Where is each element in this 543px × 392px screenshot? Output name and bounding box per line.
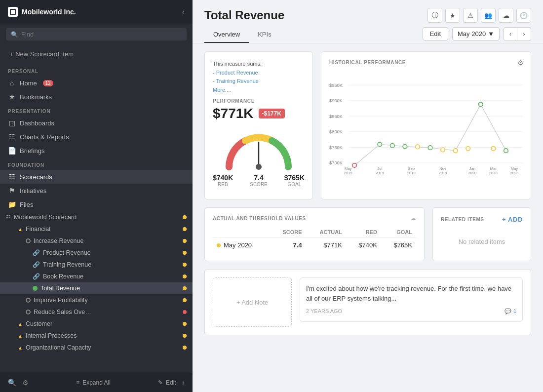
financial-label: Financial xyxy=(26,226,50,233)
month-selector[interactable]: May 2020 ▼ xyxy=(452,27,500,40)
note-meta: 2 YEARS AGO 💬 1 xyxy=(306,307,516,315)
prev-arrow[interactable]: ‹ xyxy=(504,27,517,41)
add-related-button[interactable]: + Add xyxy=(502,216,523,223)
svg-point-18 xyxy=(453,149,458,153)
sidebar-item-dashboards[interactable]: ◫ Dashboards xyxy=(0,116,193,130)
svg-point-24 xyxy=(466,147,470,151)
sum-product: - Product Revenue xyxy=(213,69,305,78)
expand-label: Expand All xyxy=(82,379,111,386)
tree-product-revenue[interactable]: 🔗 Product Revenue xyxy=(0,247,193,259)
more-link[interactable]: More.... xyxy=(213,87,231,93)
col-red: RED xyxy=(346,227,381,237)
note-comment[interactable]: 💬 1 xyxy=(504,307,516,315)
dashboards-label: Dashboards xyxy=(20,119,54,127)
scorecard-root-label: Mobileworld Scorecard xyxy=(14,214,77,221)
training-revenue-dot xyxy=(183,263,187,267)
warning-button[interactable]: ⚠ xyxy=(463,8,478,23)
edit-footer-label: Edit xyxy=(166,379,176,386)
tree-financial[interactable]: ▲ Financial xyxy=(0,223,193,235)
clock-button[interactable]: 🕐 xyxy=(516,8,531,23)
financial-triangle-icon: ▲ xyxy=(18,227,23,232)
threshold-card: ACTUAL AND THRESHOLD VALUES ☁ SCORE ACTU… xyxy=(204,207,425,261)
tree-improve-profitability[interactable]: Improve Profitability xyxy=(0,294,193,306)
bookmarks-label: Bookmarks xyxy=(20,93,52,101)
svg-point-14 xyxy=(352,163,357,168)
sidebar-item-charts[interactable]: ☷ Charts & Reports xyxy=(0,130,193,144)
gauge-red-value: $740K xyxy=(213,174,233,182)
reduce-sales-dot xyxy=(183,310,187,314)
measure-sums: This measure sums: - Product Revenue - T… xyxy=(213,60,305,94)
sidebar: Mobileworld Inc. ‹ 🔍 + New Scorecard Ite… xyxy=(0,0,193,392)
month-dropdown-icon: ▼ xyxy=(488,30,494,38)
svg-point-21 xyxy=(390,144,395,148)
tree-internal-processes[interactable]: ▲ Internal Processes xyxy=(0,330,193,342)
search-footer-icon[interactable]: 🔍 xyxy=(8,379,16,387)
tree-increase-revenue[interactable]: Increase Revenue xyxy=(0,235,193,247)
svg-text:Sep: Sep xyxy=(408,166,415,171)
new-scorecard-button[interactable]: + New Scorecard Item xyxy=(6,48,187,60)
sidebar-item-initiatives[interactable]: ⚑ Initiatives xyxy=(0,184,193,197)
files-icon: 📁 xyxy=(8,200,16,208)
svg-point-15 xyxy=(378,142,382,147)
search-box: 🔍 xyxy=(6,28,187,40)
total-revenue-icon xyxy=(33,286,38,291)
sidebar-collapse-icon[interactable]: ‹ xyxy=(182,7,185,16)
settings-footer-icon[interactable]: ⚙ xyxy=(22,379,29,387)
customer-triangle-icon: ▲ xyxy=(18,321,23,327)
next-arrow[interactable]: › xyxy=(517,27,531,41)
svg-text:$950K: $950K xyxy=(329,83,343,88)
performance-badge: -$177K xyxy=(259,109,285,118)
company-name: Mobileworld Inc. xyxy=(22,8,76,16)
book-revenue-link-icon: 🔗 xyxy=(33,273,40,280)
initiatives-icon: ⚑ xyxy=(8,187,16,195)
svg-text:$750K: $750K xyxy=(329,145,343,150)
sidebar-item-scorecards[interactable]: ☷ Scorecards xyxy=(0,170,193,184)
sidebar-right-collapse-icon[interactable]: ‹ xyxy=(182,378,185,387)
org-capacity-dot xyxy=(183,346,187,350)
share-button[interactable]: 👥 xyxy=(481,8,496,23)
bottom-row: ACTUAL AND THRESHOLD VALUES ☁ SCORE ACTU… xyxy=(204,207,531,261)
add-note-button[interactable]: + Add Note xyxy=(213,277,292,327)
sidebar-item-briefings[interactable]: 📄 Briefings xyxy=(0,144,193,157)
edit-footer-button[interactable]: ✎ Edit xyxy=(158,379,176,386)
svg-text:$700K: $700K xyxy=(329,160,343,165)
section-foundation: FOUNDATION xyxy=(0,157,193,170)
sidebar-item-files[interactable]: 📁 Files xyxy=(0,197,193,211)
performance-value-row: $771K -$177K xyxy=(213,106,305,121)
cloud-button[interactable]: ☁ xyxy=(499,8,513,23)
section-presentation: PRESENTATION xyxy=(0,104,193,116)
sidebar-nav: PERSONAL ⌂ Home 12 ★ Bookmarks PRESENTAT… xyxy=(0,64,193,373)
svg-text:Mar: Mar xyxy=(490,166,497,171)
tree-training-revenue[interactable]: 🔗 Training Revenue xyxy=(0,259,193,271)
edit-button[interactable]: Edit xyxy=(423,27,448,40)
book-revenue-label: Book Revenue xyxy=(43,273,83,280)
tab-kpis[interactable]: KPIs xyxy=(249,27,280,43)
header-actions: ⓘ ★ ⚠ 👥 ☁ 🕐 xyxy=(427,8,531,23)
svg-text:Jan: Jan xyxy=(469,166,475,171)
tree-customer[interactable]: ▲ Customer xyxy=(0,318,193,330)
tree-total-revenue[interactable]: Total Revenue xyxy=(0,282,193,294)
tree-org-capacity[interactable]: ▲ Organizational Capacity xyxy=(0,342,193,353)
info-button[interactable]: ⓘ xyxy=(427,8,442,23)
tree-scorecard-root[interactable]: ☷ Mobileworld Scorecard xyxy=(0,211,193,223)
expand-all-button[interactable]: ≡ Expand All xyxy=(76,379,111,386)
internal-processes-triangle-icon: ▲ xyxy=(18,333,23,339)
org-capacity-triangle-icon: ▲ xyxy=(18,345,23,351)
section-personal: PERSONAL xyxy=(0,64,193,76)
training-revenue-label: Training Revenue xyxy=(43,261,91,268)
tab-overview[interactable]: Overview xyxy=(204,27,249,43)
star-button[interactable]: ★ xyxy=(445,8,460,23)
reduce-sales-icon xyxy=(26,310,31,314)
home-badge: 12 xyxy=(43,80,53,86)
search-input[interactable] xyxy=(21,31,182,38)
tree-reduce-sales[interactable]: Reduce Sales Overhead Co... xyxy=(0,306,193,318)
tree-book-revenue[interactable]: 🔗 Book Revenue xyxy=(0,271,193,282)
sidebar-item-home[interactable]: ⌂ Home 12 xyxy=(0,76,193,90)
gauge-goal: $765K GOAL xyxy=(284,174,305,187)
internal-processes-label: Internal Processes xyxy=(26,332,77,339)
settings-icon[interactable]: ⚙ xyxy=(517,59,524,67)
sidebar-item-bookmarks[interactable]: ★ Bookmarks xyxy=(0,90,193,104)
svg-point-25 xyxy=(491,147,496,151)
row-date: May 2020 xyxy=(213,237,270,253)
training-revenue-link-icon: 🔗 xyxy=(33,261,40,268)
